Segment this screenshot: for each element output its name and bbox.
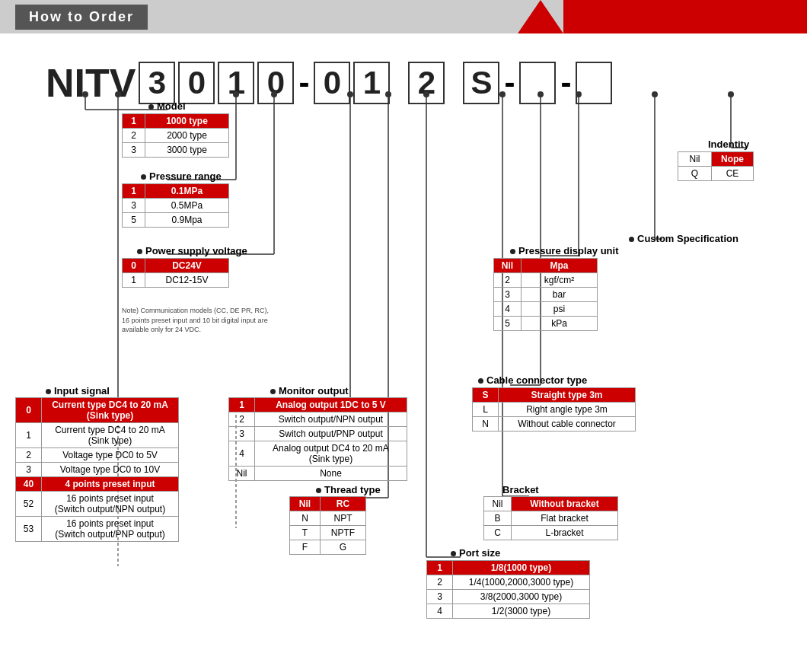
code-box-7: 2	[408, 62, 445, 104]
order-code-display: NITV 3 0 1 0 - 0 1 2 S - _ - _	[46, 60, 784, 106]
code-dash-2: -	[504, 65, 515, 101]
input-signal-table: 0 Current type DC4 to 20 mA(Sink type) 1…	[15, 397, 179, 542]
code-box-5: 0	[314, 62, 350, 104]
thread-type-label: Thread type	[316, 484, 381, 495]
header-red-bar	[563, 0, 807, 33]
input-signal-label: Input signal	[46, 385, 110, 397]
bracket-table: Nil Without bracket B Flat bracket C L-b…	[483, 496, 618, 540]
header-triangle-decoration	[518, 0, 563, 33]
cable-connector-table: S Straight type 3m L Right angle type 3m…	[472, 387, 636, 432]
custom-spec-label: Custom Specification	[629, 233, 738, 244]
port-size-label: Port size	[451, 547, 500, 559]
code-box-3: 1	[218, 62, 254, 104]
model-table: 1 1000 type 2 2000 type 3 3000 type	[122, 113, 229, 158]
identity-label: Indentity	[708, 139, 749, 150]
code-dash-1: -	[298, 65, 309, 101]
main-content: NITV 3 0 1 0 - 0 1 2 S - _ - _	[0, 33, 807, 672]
identity-table: Nil Nope Q CE	[678, 151, 754, 181]
code-dash-3: -	[560, 65, 571, 101]
pressure-display-table: Nil Mpa 2 kgf/cm² 3 bar 4 psi 5 kPa	[493, 258, 598, 331]
code-box-9: _	[519, 62, 556, 104]
code-prefix: NITV	[46, 60, 136, 106]
code-box-10: _	[576, 62, 612, 104]
power-supply-label: Power supply voltage	[137, 245, 247, 256]
pressure-range-label: Pressure range	[141, 170, 222, 182]
header: How to Order	[0, 0, 807, 33]
pressure-range-table: 1 0.1MPa 3 0.5MPa 5 0.9Mpa	[122, 183, 229, 228]
power-supply-note: Note) Communication models (CC, DE PR, R…	[122, 306, 274, 335]
code-box-4: 0	[257, 62, 294, 104]
pressure-display-label: Pressure display unit	[510, 245, 619, 256]
page: How to Order NITV 3 0 1 0 - 0 1 2 S - _ …	[0, 0, 807, 672]
monitor-output-label: Monitor output	[270, 385, 349, 397]
code-box-6: 1	[353, 62, 390, 104]
monitor-output-table: 1 Analog output 1DC to 5 V 2 Switch outp…	[228, 397, 407, 481]
code-box-1: 3	[139, 62, 175, 104]
bracket-label: Bracket	[502, 484, 539, 495]
thread-type-table: Nil RC N NPT T NPTF F G	[289, 496, 366, 555]
connector-lines	[0, 33, 807, 672]
cable-connector-label: Cable connector type	[478, 374, 587, 386]
code-box-2: 0	[178, 62, 215, 104]
header-title: How to Order	[15, 5, 148, 30]
code-box-8: S	[463, 62, 499, 104]
model-label: Model	[148, 100, 186, 112]
port-size-table: 1 1/8(1000 type) 2 1/4(1000,2000,3000 ty…	[426, 560, 590, 619]
power-supply-table: 0 DC24V 1 DC12-15V	[122, 258, 229, 288]
